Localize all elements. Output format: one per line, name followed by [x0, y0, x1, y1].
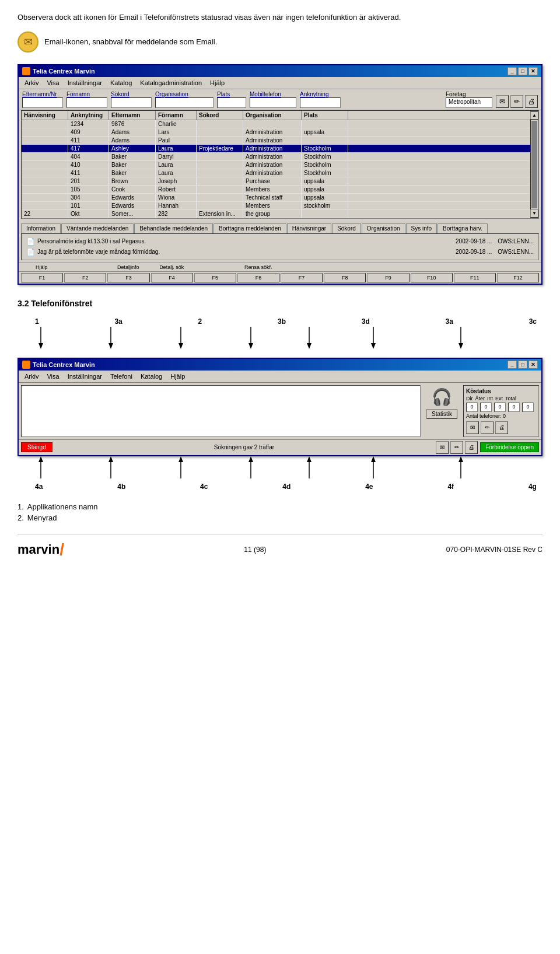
message-row-2[interactable]: 📄 Jag är på telefonmöte varje måndag för…: [24, 247, 536, 257]
print-status-icon[interactable]: 🖨: [495, 421, 508, 434]
email-icon-row: ✉ Email-ikonen, snabbval för meddelande …: [18, 32, 542, 53]
edit-status-icon[interactable]: ✏: [481, 421, 494, 434]
label-plats[interactable]: Plats: [217, 91, 246, 97]
tab-behandlade[interactable]: Behandlade meddelanden: [134, 223, 213, 233]
tab-organisation[interactable]: Organisation: [362, 223, 405, 233]
fkey-f10[interactable]: F10: [411, 273, 453, 282]
menu2-hjalp[interactable]: Hjälp: [167, 372, 188, 381]
fkey-f9[interactable]: F9: [367, 273, 409, 282]
svg-marker-15: [38, 456, 43, 462]
table-row[interactable]: 22 Okt Somer... 282 Extension in... the …: [22, 210, 530, 218]
table-row[interactable]: 101 Edwards Hannah Members stockholm: [22, 202, 530, 210]
label-fornamn[interactable]: Förnamn: [66, 91, 107, 97]
menu2-katalog[interactable]: Katalog: [137, 372, 166, 381]
menu-visa[interactable]: Visa: [43, 78, 62, 88]
table-row[interactable]: 410 Baker Laura Administration Stockholm: [22, 161, 530, 169]
status-message: Sökningen gav 2 träffar: [55, 444, 433, 450]
minimize-button-2[interactable]: _: [508, 361, 517, 369]
fkey-f11[interactable]: F11: [454, 273, 496, 282]
table-row[interactable]: 411 Baker Laura Administration Stockholm: [22, 169, 530, 177]
col-header-plats: Plats: [302, 111, 348, 120]
edit-toolbar-icon[interactable]: ✏: [510, 95, 523, 108]
fkey-f8[interactable]: F8: [324, 273, 366, 282]
tab-hanvisningar[interactable]: Hänvisningar: [287, 223, 331, 233]
tab-sysinfo[interactable]: Sys info: [406, 223, 438, 233]
status-edit-icon[interactable]: ✏: [450, 441, 463, 454]
menu2-telefoni[interactable]: Telefoni: [107, 372, 136, 381]
statistik-button[interactable]: Statistik: [426, 409, 457, 419]
menu-katalogadmin[interactable]: Katalogadministration: [136, 78, 205, 88]
minimize-button[interactable]: _: [508, 67, 517, 75]
cell-hanv: [22, 120, 68, 128]
table-row[interactable]: 404 Baker Darryl Administration Stockhol…: [22, 153, 530, 161]
scroll-down-arrow[interactable]: ▼: [530, 209, 538, 218]
menu-installningar[interactable]: Inställningar: [64, 78, 106, 88]
cell-hanv: [22, 177, 68, 185]
scroll-up-arrow[interactable]: ▲: [530, 111, 538, 120]
menu-katalog[interactable]: Katalog: [107, 78, 135, 88]
tab-content-information: 📄 Personalmöte idag kl.13.30 i sal Pegas…: [21, 233, 539, 260]
maximize-button-2[interactable]: □: [518, 361, 527, 369]
label-efternamn[interactable]: Efternamn/Nr: [22, 91, 63, 97]
fkey-f2[interactable]: F2: [64, 273, 106, 282]
tab-borttagna[interactable]: Borttagna meddelanden: [214, 223, 286, 233]
tab-information[interactable]: Information: [21, 223, 61, 233]
print-toolbar-icon[interactable]: 🖨: [525, 95, 538, 108]
cell-sokord: [197, 169, 243, 177]
input-plats[interactable]: [217, 97, 246, 108]
close-button-2[interactable]: ✕: [528, 361, 538, 369]
fkey-f1[interactable]: F1: [21, 273, 63, 282]
fkey-f4[interactable]: F4: [151, 273, 193, 282]
status-forbindelse[interactable]: Förbindelse öppen: [480, 442, 539, 452]
fkey-f12[interactable]: F12: [497, 273, 539, 282]
menu-hjalp[interactable]: Hjälp: [206, 78, 228, 88]
fkey-f3[interactable]: F3: [107, 273, 149, 282]
menu-arkiv[interactable]: Arkiv: [21, 78, 42, 88]
field-fornamn: Förnamn: [66, 91, 107, 108]
maximize-button[interactable]: □: [518, 67, 527, 75]
table-row-selected[interactable]: 417 Ashley Laura Projektledare Administr…: [22, 145, 530, 153]
table-row[interactable]: 411 Adams Paul Administration: [22, 137, 530, 145]
fkey-f6[interactable]: F6: [237, 273, 279, 282]
tab-borttagna-harv[interactable]: Borttagna härv.: [438, 223, 488, 233]
table-row[interactable]: 201 Brown Joseph Purchase uppsala: [22, 177, 530, 186]
table-row[interactable]: 409 Adams Lars Administration uppsala: [22, 128, 530, 137]
label-sokord[interactable]: Sökord: [111, 91, 152, 97]
email-status-icon[interactable]: ✉: [466, 421, 479, 434]
label-organisation[interactable]: Organisation: [155, 91, 214, 97]
input-mobiltelefon[interactable]: [250, 97, 296, 108]
menu2-visa[interactable]: Visa: [43, 372, 62, 381]
status-email-icon[interactable]: ✉: [436, 441, 449, 454]
table-row[interactable]: 1234 9876 Charlie: [22, 120, 530, 128]
input-sokord[interactable]: [111, 97, 152, 108]
message-row-1[interactable]: 📄 Personalmöte idag kl.13.30 i sal Pegas…: [24, 236, 536, 247]
input-fornamn[interactable]: [66, 97, 107, 108]
field-foretag: Företag Metropolitan: [446, 91, 492, 108]
kostatus-values-row: 0 0 0 0 0: [466, 403, 536, 412]
fkey-f5[interactable]: F5: [194, 273, 236, 282]
label-mobiltelefon[interactable]: Mobiltelefon: [250, 91, 296, 97]
tab-sokord[interactable]: Sökord: [332, 223, 361, 233]
input-anknytning[interactable]: [300, 97, 341, 108]
menu2-arkiv[interactable]: Arkiv: [21, 372, 42, 381]
menu2-installningar[interactable]: Inställningar: [64, 372, 106, 381]
table-row[interactable]: 105 Cook Robert Members uppsala: [22, 186, 530, 194]
cell-org: Administration: [243, 153, 302, 160]
field-sokord: Sökord: [111, 91, 152, 108]
tab-vaentande[interactable]: Väntande meddelanden: [61, 223, 134, 233]
phone-display-area[interactable]: [21, 385, 421, 437]
input-organisation[interactable]: [155, 97, 214, 108]
status-print-icon[interactable]: 🖨: [465, 441, 478, 454]
cell-eftern: Adams: [109, 137, 156, 144]
cell-sokord: [197, 137, 243, 144]
bottom-label-4b: 4b: [117, 483, 125, 491]
input-efternamn[interactable]: [22, 97, 63, 108]
table-scrollbar[interactable]: ▲ ▼: [530, 111, 538, 218]
label-anknytning[interactable]: Anknytning: [300, 91, 341, 97]
close-button[interactable]: ✕: [528, 67, 538, 75]
table-row[interactable]: 304 Edwards Wiona Technical staff uppsal…: [22, 194, 530, 202]
fkey-f7[interactable]: F7: [281, 273, 323, 282]
email-toolbar-icon[interactable]: ✉: [496, 95, 509, 108]
status-stangd[interactable]: Stängd: [21, 442, 52, 452]
scroll-thumb[interactable]: [531, 121, 537, 208]
